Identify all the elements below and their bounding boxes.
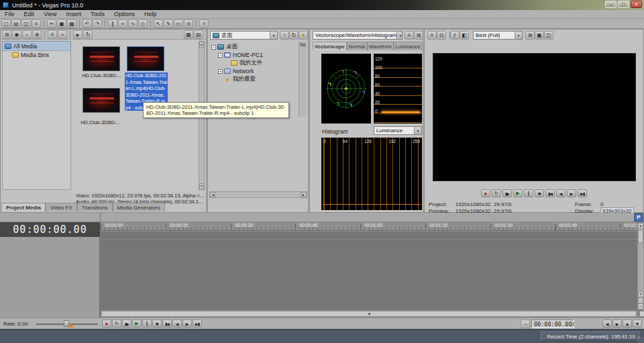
stop-icon[interactable] [152,320,162,328]
time-ruler[interactable]: 00:00:00 00:00:15 00:00:30 00:00:45 00:0… [101,222,637,231]
scope-settings-icon[interactable] [405,31,414,40]
maximize-button[interactable]: □ [618,1,629,8]
stop-icon[interactable] [535,189,544,197]
scope-type-dropdown[interactable]: Vectorscope/Waveform/Histogram [313,31,402,40]
scroll-left-icon[interactable]: ◀ [101,311,637,317]
menu-help[interactable]: Help [140,10,162,18]
menu-view[interactable]: View [39,10,61,18]
tree-item-favorites[interactable]: 我的最愛 [209,75,301,83]
play-from-start-icon[interactable] [122,320,131,328]
record-icon[interactable] [481,189,490,197]
auto-preview-icon[interactable] [73,30,83,39]
tree-item-network[interactable]: Network [209,67,301,75]
expander-icon[interactable] [211,45,216,50]
tab-media-generators[interactable]: Media Generators [113,203,165,211]
title-bar[interactable]: Untitled * - Vegas Pro 10.0 – □ × [0,0,644,10]
clip-label[interactable]: HD.Club-3DBD-... [81,72,123,79]
enable-snapping-icon[interactable] [108,19,117,28]
name-column-header[interactable]: Ne [299,42,307,117]
next-frame-icon[interactable] [182,320,192,328]
scroll-up-icon[interactable]: ▲ [199,42,204,48]
scroll-down-icon[interactable]: ▼ [638,291,643,297]
scroll-down-icon[interactable]: ▼ [199,183,204,189]
copy-icon[interactable] [57,19,66,28]
next-edit-icon[interactable] [612,320,622,328]
timeline-timecode-display[interactable]: 00:00:00.00 [0,222,100,237]
tab-vectorscope[interactable]: Vectorscope [313,42,347,50]
cut-icon[interactable] [47,19,56,28]
track-view[interactable] [101,231,637,310]
views-icon[interactable] [184,30,193,39]
clip-thumbnail[interactable] [83,46,120,71]
import-media-icon[interactable] [2,30,11,39]
chevron-down-icon[interactable] [396,32,402,39]
minimize-button[interactable]: – [605,1,616,8]
refresh-icon[interactable] [289,31,299,40]
scroll-right-icon[interactable]: ▶ [639,311,644,317]
remove-media-icon[interactable] [58,30,67,39]
play-from-start-icon[interactable] [502,189,512,197]
open-project-icon[interactable] [11,19,21,28]
bin-media-bins[interactable]: Media Bins [3,50,70,59]
close-button[interactable]: × [631,1,642,8]
vscroll-thumb[interactable] [638,230,643,243]
cursor-position-icon[interactable] [521,320,530,328]
tree-item-desktop[interactable]: 桌面 [209,43,301,51]
redo-icon[interactable] [93,19,102,28]
pause-icon[interactable] [142,320,152,328]
previous-frame-icon[interactable] [172,320,182,328]
resize-grip[interactable] [637,336,643,342]
chevron-down-icon[interactable] [515,32,522,39]
refresh-media-icon[interactable] [83,30,93,39]
lock-envelopes-icon[interactable] [128,19,138,28]
menu-tools[interactable]: Tools [86,10,109,18]
media-bin-icon[interactable] [194,30,203,39]
overlays-icon[interactable] [525,31,535,40]
menu-edit[interactable]: Edit [19,10,40,18]
normal-edit-tool-icon[interactable] [154,19,163,28]
marker-bar[interactable] [101,213,634,222]
pause-icon[interactable] [524,189,533,197]
copy-snapshot-icon[interactable] [535,31,544,40]
whats-this-help-icon[interactable] [199,19,209,28]
clip-thumbnail-selected[interactable] [127,46,164,71]
go-to-start-icon[interactable] [162,320,172,328]
zoom-edit-tool-icon[interactable] [184,19,193,28]
record-icon[interactable] [102,320,111,328]
tree-item-home-pc1[interactable]: HOME-PC1 [209,51,301,59]
expand-track-icon[interactable]: ▲ [623,320,632,328]
add-to-favorites-icon[interactable] [299,31,308,40]
extract-audio-icon[interactable] [22,30,32,39]
play-icon[interactable] [132,320,142,328]
capture-video-icon[interactable] [12,30,21,39]
tree-item-my-documents[interactable]: 我的文件 [209,59,301,67]
loop-playback-icon[interactable] [492,189,501,197]
tab-waveform[interactable]: Waveform [367,42,394,50]
timecode-spinner[interactable]: ▲▼ [572,320,574,328]
zoom-in-track-icon[interactable]: + [638,303,643,309]
media-properties-icon[interactable] [48,30,57,39]
menu-insert[interactable]: Insert [61,10,86,18]
menu-options[interactable]: Options [109,10,140,18]
loop-playback-icon[interactable] [112,320,121,328]
split-screen-view-icon[interactable] [460,31,469,40]
tab-luminance[interactable]: Luminance [394,42,423,50]
paste-icon[interactable] [67,19,76,28]
project-video-properties-icon[interactable] [427,31,437,40]
selection-edit-tool-icon[interactable] [174,19,183,28]
collapse-track-icon[interactable]: ▼ [633,320,642,328]
save-snapshot-icon[interactable] [544,31,553,40]
zoom-out-track-icon[interactable]: − [638,297,643,303]
clip-thumbnail[interactable] [83,88,120,113]
vscroll-track[interactable] [638,244,643,291]
previous-edit-icon[interactable] [602,320,612,328]
go-to-start-icon[interactable] [545,189,555,197]
explorer-address-dropdown[interactable]: 桌面 [210,31,278,40]
tab-transitions[interactable]: Transitions [77,203,113,211]
preview-quality-dropdown[interactable]: Best (Full) [473,31,523,40]
tab-normal[interactable]: Normal [347,42,367,50]
chevron-down-icon[interactable] [414,127,421,134]
bin-all-media[interactable]: All Media [3,42,70,50]
chevron-down-icon[interactable] [270,32,277,39]
previous-frame-icon[interactable] [556,189,566,197]
